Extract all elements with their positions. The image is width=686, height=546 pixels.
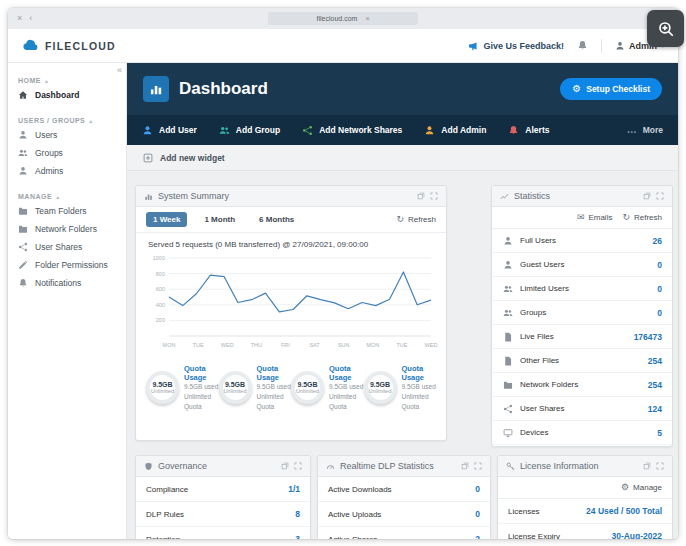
action-add-network-shares[interactable]: Add Network Shares: [302, 125, 402, 136]
sidebar-item-folder-permissions[interactable]: Folder Permissions: [8, 256, 126, 274]
popout-icon[interactable]: [461, 462, 469, 470]
back-icon[interactable]: ‹: [29, 14, 32, 23]
sidebar-item-label: Admins: [35, 166, 63, 176]
header-bell-icon[interactable]: [577, 40, 588, 51]
svg-text:TUE: TUE: [396, 342, 407, 348]
action-alerts[interactable]: Alerts: [508, 125, 549, 136]
sidebar-item-label: Folder Permissions: [35, 260, 108, 270]
home-icon: [18, 90, 28, 100]
action-add-group[interactable]: Add Group: [219, 125, 280, 136]
stat-label: Groups: [520, 308, 650, 317]
more-button[interactable]: … More: [627, 125, 663, 135]
widgets-area: System Summary 1 Week1 Month6 Months ↻ R…: [127, 171, 678, 539]
sidebar-item-team-folders[interactable]: Team Folders: [8, 202, 126, 220]
person-icon: [18, 166, 28, 176]
system-summary-header: System Summary: [136, 186, 446, 207]
bell-icon: [508, 125, 519, 136]
tab-1-week[interactable]: 1 Week: [146, 212, 187, 227]
statistics-refresh-button[interactable]: ↻ Refresh: [622, 213, 662, 222]
divider: [601, 39, 602, 53]
popout-icon[interactable]: [643, 192, 651, 200]
sidebar-collapse-button[interactable]: «: [117, 65, 122, 75]
gauge-text: Quota Usage9.5GB usedUnlimited Quota: [402, 364, 437, 411]
popout-icon[interactable]: [417, 192, 425, 200]
widget-row-retention: Retention3: [136, 527, 310, 539]
widget-title: Statistics: [514, 191, 638, 201]
gauge-title: Quota Usage: [257, 364, 292, 382]
sidebar-item-network-folders[interactable]: Network Folders: [8, 220, 126, 238]
manage-label: Manage: [633, 483, 662, 492]
row-value: 1/1: [288, 484, 300, 494]
dlp-header: Realtime DLP Statistics: [318, 456, 490, 477]
sidebar-nav: HOME▴DashboardUSERS / GROUPS▴UsersGroups…: [8, 74, 126, 292]
feedback-label: Give Us Feedback!: [483, 41, 564, 51]
zoom-button[interactable]: [647, 10, 684, 47]
sidebar-item-users[interactable]: Users: [8, 126, 126, 144]
window-close-icon[interactable]: ×: [17, 14, 22, 23]
action-add-admin[interactable]: Add Admin: [424, 125, 486, 136]
expand-icon[interactable]: [656, 192, 664, 200]
expand-icon[interactable]: [474, 462, 482, 470]
stat-label: Network Folders: [520, 380, 641, 389]
summary-refresh-button[interactable]: ↻ Refresh: [396, 215, 436, 224]
sidebar-item-label: Dashboard: [35, 90, 79, 100]
svg-text:200: 200: [156, 317, 165, 323]
sidebar-item-label: User Shares: [35, 242, 82, 252]
widget-row-active-shares: Active Shares2: [318, 527, 490, 539]
address-bar[interactable]: filecloud.com ×: [268, 12, 418, 25]
stat-label: Guest Users: [520, 260, 650, 269]
gauge-used: 9.5GB used: [257, 382, 292, 392]
sidebar-item-notifications[interactable]: Notifications: [8, 274, 126, 292]
manage-button[interactable]: ⚙ Manage: [621, 483, 662, 492]
sidebar-item-user-shares[interactable]: User Shares: [8, 238, 126, 256]
stat-value: 5: [657, 428, 662, 438]
sidebar-section-header-users-groups[interactable]: USERS / GROUPS▴: [8, 114, 126, 126]
quota-gauge: 9.5GBUnlimitedQuota Usage9.5GB usedUnlim…: [146, 364, 219, 411]
widget-title: System Summary: [158, 191, 412, 201]
popout-icon[interactable]: [281, 462, 289, 470]
tab-1-month[interactable]: 1 Month: [197, 212, 242, 227]
popout-icon[interactable]: [643, 462, 651, 470]
emails-button[interactable]: ✉ Emails: [577, 213, 613, 222]
expand-icon[interactable]: [294, 462, 302, 470]
people-icon: [502, 284, 513, 294]
sidebar-item-groups[interactable]: Groups: [8, 144, 126, 162]
action-add-user[interactable]: Add User: [142, 125, 197, 136]
stat-label: User Shares: [520, 404, 641, 413]
logo-text: FILECLOUD: [45, 40, 116, 52]
feedback-link[interactable]: Give Us Feedback!: [468, 41, 564, 51]
stat-row-live-files: Live Files176473: [492, 325, 672, 349]
stat-value: 124: [648, 404, 662, 414]
add-widget-bar[interactable]: Add new widget: [127, 145, 678, 171]
sidebar-section-header-manage[interactable]: MANAGE▴: [8, 190, 126, 202]
sidebar-item-dashboard[interactable]: Dashboard: [8, 86, 126, 104]
sidebar-item-admins[interactable]: Admins: [8, 162, 126, 180]
gear-icon: ⚙: [621, 483, 629, 492]
sidebar-item-label: Groups: [35, 148, 63, 158]
address-text: filecloud.com: [317, 15, 358, 22]
widget-title: License Information: [520, 461, 638, 471]
governance-rows: Compliance1/1DLP Rules8Retention3: [136, 477, 310, 539]
sidebar-section-header-home[interactable]: HOME▴: [8, 74, 126, 86]
gauge-title: Quota Usage: [402, 364, 437, 382]
row-value: 30-Aug-2022: [611, 531, 662, 539]
setup-checklist-button[interactable]: ⚙ Setup Checklist: [560, 78, 662, 100]
filecloud-logo[interactable]: FILECLOUD: [22, 37, 116, 54]
stat-row-limited-users: Limited Users0: [492, 277, 672, 301]
tab-close-icon[interactable]: ×: [365, 15, 369, 22]
realtime-dlp-widget: Realtime DLP Statistics Active Downloads…: [317, 455, 491, 539]
row-value: 0: [475, 484, 480, 494]
gauge-ring: 9.5GBUnlimited: [146, 371, 179, 404]
gauge-quota: Unlimited Quota: [184, 392, 219, 412]
tab-6-months[interactable]: 6 Months: [252, 212, 301, 227]
bar-chart-icon: [144, 192, 153, 201]
widget-row-active-uploads: Active Uploads0: [318, 502, 490, 527]
system-summary-widget: System Summary 1 Week1 Month6 Months ↻ R…: [135, 185, 447, 441]
stat-value: 0: [657, 284, 662, 294]
widget-title: Governance: [158, 461, 276, 471]
person-icon: [502, 236, 513, 246]
stat-label: Full Users: [520, 236, 646, 245]
stat-value: 0: [657, 260, 662, 270]
expand-icon[interactable]: [430, 192, 438, 200]
expand-icon[interactable]: [656, 462, 664, 470]
